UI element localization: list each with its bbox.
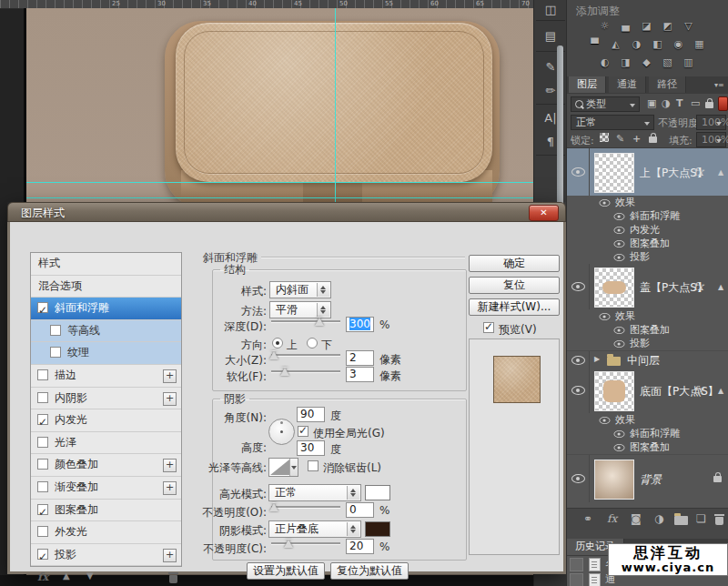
effects-row[interactable]: 效果 [567, 196, 728, 209]
styles-item-color-overlay[interactable]: 颜色叠加+ [31, 454, 181, 477]
filter-adjustment-layers-icon[interactable]: ◑ [662, 97, 671, 109]
visibility-eye-icon[interactable] [600, 313, 611, 320]
styles-item-blending-options[interactable]: 混合选项 [31, 276, 181, 298]
styles-panel-icon[interactable]: ◫ [541, 1, 561, 19]
new-style-button[interactable]: 新建样式(W)... [469, 298, 560, 316]
ok-button[interactable]: 确定 [469, 255, 560, 272]
vibrance-icon[interactable]: ▽ [680, 20, 697, 33]
lock-position-icon[interactable]: + [632, 133, 641, 145]
visibility-eye-icon[interactable] [614, 340, 625, 348]
bevel-style-select[interactable]: 内斜面 [269, 281, 331, 298]
hue-saturation-icon[interactable]: ▀ [586, 38, 603, 51]
fill-select[interactable]: 100% [696, 132, 726, 147]
soften-input[interactable]: 3 [346, 367, 374, 382]
styles-item-contour[interactable]: 等高线 [31, 320, 181, 343]
styles-item-bevel-emboss[interactable]: 斜面和浮雕 [31, 298, 181, 320]
layer-style-icon[interactable]: fx [607, 512, 617, 525]
checkbox[interactable] [37, 369, 48, 380]
layer-thumbnail[interactable] [594, 460, 634, 500]
gradient-map-icon[interactable]: ▥ [680, 56, 697, 69]
effect-row[interactable]: 斜面和浮雕 [567, 427, 728, 440]
plus-button[interactable]: + [163, 549, 177, 562]
effect-row[interactable]: 斜面和浮雕 [567, 209, 728, 223]
filter-pixel-layers-icon[interactable]: ▣ [647, 97, 656, 109]
styles-item-texture[interactable]: 纹理 [31, 342, 181, 365]
fx-menu-button[interactable]: fx [37, 571, 48, 583]
highlight-opacity-slider[interactable] [271, 502, 340, 511]
add-mask-icon[interactable]: ◙ [631, 512, 642, 525]
layer-thumbnail[interactable] [594, 371, 634, 411]
curves-icon[interactable]: ◪ [638, 20, 655, 33]
photo-filter-icon[interactable]: ◧ [649, 38, 666, 51]
visibility-eye-icon[interactable] [614, 430, 625, 438]
lock-pixels-icon[interactable]: ✎ [616, 133, 624, 145]
angle-dial[interactable] [268, 419, 295, 445]
size-slider[interactable] [271, 350, 340, 359]
tab-channels[interactable]: 通道 [609, 76, 646, 93]
checkbox[interactable] [37, 392, 48, 403]
layer-name[interactable]: 背景 [640, 472, 662, 488]
new-adjustment-layer-icon[interactable]: ◑ [654, 512, 663, 525]
preview-checkbox[interactable] [483, 322, 494, 333]
group-name[interactable]: 中间层 [627, 353, 660, 369]
color-balance-icon[interactable]: ◭ [607, 38, 624, 51]
antialias-checkbox[interactable] [308, 460, 318, 471]
effect-row[interactable]: 图案叠加 [567, 440, 728, 454]
expand-group-icon[interactable]: ▶ [594, 355, 600, 363]
set-default-button[interactable]: 设置为默认值 [247, 562, 325, 580]
checkbox[interactable] [37, 549, 48, 560]
reset-button[interactable]: 复位 [469, 277, 560, 294]
plus-button[interactable]: + [163, 481, 177, 495]
dialog-titlebar[interactable]: 图层样式 ✕ [7, 202, 566, 222]
effect-row[interactable]: 图案叠加 [567, 323, 728, 337]
collapse-effects-icon[interactable]: ▲ [714, 387, 727, 395]
collapse-effects-icon[interactable]: ▲ [714, 168, 727, 177]
visibility-eye-icon[interactable] [614, 444, 625, 451]
new-group-icon[interactable] [674, 516, 688, 525]
checkbox[interactable] [37, 526, 48, 537]
layer-row-cover[interactable]: 盖【P大点S】 fx ▲ [567, 264, 728, 309]
filter-type-layers-icon[interactable]: T [676, 97, 683, 109]
visibility-eye-icon[interactable] [614, 213, 625, 220]
link-layers-icon[interactable]: ⚭ [583, 512, 592, 525]
direction-up-radio[interactable] [272, 338, 283, 349]
checkbox[interactable] [50, 347, 61, 358]
visibility-eye-icon[interactable] [600, 199, 611, 207]
close-button[interactable]: ✕ [529, 205, 559, 221]
collapse-effects-icon[interactable]: ▲ [714, 283, 727, 291]
delete-style-button[interactable] [168, 572, 178, 583]
black-white-icon[interactable]: ◑ [628, 38, 645, 51]
plus-button[interactable]: + [163, 459, 177, 472]
visibility-eye-icon[interactable] [614, 227, 625, 234]
threshold-icon[interactable]: ◆ [638, 56, 655, 69]
new-layer-icon[interactable]: ❏ [696, 512, 706, 525]
size-input[interactable]: 2 [346, 350, 374, 366]
visibility-eye-icon[interactable] [614, 327, 625, 334]
shadow-color-swatch[interactable] [365, 521, 390, 537]
visibility-eye-icon[interactable] [571, 282, 585, 291]
plus-button[interactable]: + [163, 369, 177, 383]
brightness-contrast-icon[interactable]: ☼ [596, 20, 613, 33]
panel-menu-icon[interactable]: ▾≡ [714, 81, 726, 89]
effect-row[interactable]: 投影 [567, 337, 728, 350]
direction-down-radio[interactable] [307, 338, 318, 349]
clone-source-panel-icon[interactable]: ▤ [541, 27, 561, 45]
shadow-mode-select[interactable]: 正片叠底 [268, 520, 361, 538]
filter-shape-layers-icon[interactable]: ▭ [691, 97, 700, 109]
altitude-input[interactable]: 30 [297, 440, 325, 456]
filter-smart-object-icon[interactable] [705, 102, 713, 108]
visibility-eye-icon[interactable] [571, 356, 585, 365]
styles-item-inner-shadow[interactable]: 内阴影+ [31, 388, 181, 410]
lock-all-icon[interactable] [649, 136, 657, 143]
blend-mode-select[interactable]: 正常 [571, 115, 654, 130]
effect-row[interactable]: 图案叠加 [567, 237, 728, 250]
lock-transparency-icon[interactable] [600, 133, 609, 142]
opacity-select[interactable]: 100% [696, 115, 726, 130]
highlight-color-swatch[interactable] [365, 485, 390, 500]
color-lookup-icon[interactable]: ▦ [691, 38, 708, 51]
layer-row-top[interactable]: 上【P大点S】 fx ▲ [567, 148, 728, 196]
invert-icon[interactable]: ◐ [596, 56, 613, 69]
highlight-opacity-input[interactable]: 0 [346, 502, 374, 518]
visibility-eye-icon[interactable] [614, 240, 625, 248]
styles-item-gradient-overlay[interactable]: 渐变叠加+ [31, 477, 181, 500]
